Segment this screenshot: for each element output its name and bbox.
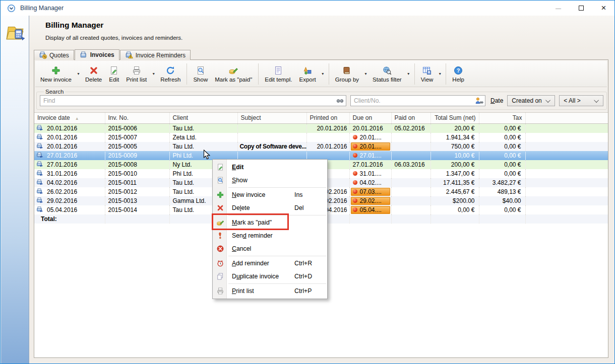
cell-total: $200.00 xyxy=(430,196,479,205)
view-icon xyxy=(422,65,432,76)
tab-invoices[interactable]: Invoices xyxy=(75,49,119,60)
context-menu: Edit Show New invoice Ins Delete Del Mar… xyxy=(212,159,328,299)
delete-icon xyxy=(213,204,227,212)
cell-printed-on: 20.01.2016 xyxy=(306,142,349,151)
menu-item-delete[interactable]: Delete Del xyxy=(213,201,327,214)
cell-inv-no: 2015-0012 xyxy=(105,187,169,196)
delete-button[interactable]: Delete xyxy=(82,64,105,84)
table-row-selected[interactable]: 27.01.2016 2015-0009 Phi Ltd. 27.01.... … xyxy=(34,151,608,160)
cell-inv-no: 2015-0014 xyxy=(105,205,169,214)
menu-item-add-reminder[interactable]: Add reminder Ctrl+R xyxy=(213,257,327,270)
overdue-dot-icon xyxy=(353,189,357,194)
invoice-icon xyxy=(36,179,44,186)
export-dropdown[interactable]: ▾ xyxy=(320,71,326,76)
tab-invoice-reminders[interactable]: Invoice Reminders xyxy=(120,50,191,60)
chevron-down-icon xyxy=(545,98,550,103)
export-button[interactable]: Export xyxy=(296,64,320,84)
client-search-icon[interactable] xyxy=(475,97,483,105)
send-reminder-icon xyxy=(213,232,227,240)
cell-invoice-date: 31.01.2016 xyxy=(34,169,105,178)
cell-invoice-date: 26.02.2016 xyxy=(34,187,105,196)
col-subject[interactable]: Subject xyxy=(237,113,306,123)
col-due-on[interactable]: Due on xyxy=(349,113,391,123)
search-section: Search Date Created on xyxy=(34,87,608,112)
minimize-button[interactable]: — xyxy=(547,1,570,16)
date-range-select[interactable]: < All > xyxy=(559,95,603,106)
status-filter-dropdown[interactable]: ▾ xyxy=(405,71,412,76)
menu-item-cancel[interactable]: Cancel xyxy=(213,242,327,255)
client-number-input[interactable] xyxy=(350,95,485,106)
menu-item-duplicate-invoice[interactable]: Duplicate invoice Ctrl+D xyxy=(213,270,327,283)
cell-tax: 3.482,27 € xyxy=(479,178,525,187)
mark-as-paid-button[interactable]: Mark as "paid" xyxy=(211,64,256,84)
find-input[interactable] xyxy=(40,95,346,106)
print-list-button[interactable]: Print list xyxy=(122,64,150,84)
menu-separator xyxy=(228,256,326,256)
new-invoice-icon xyxy=(51,65,61,76)
cell-paid-on xyxy=(391,196,430,205)
cell-tax: 0,00 € xyxy=(479,169,525,178)
cell-due-on: 07.03.... xyxy=(349,187,391,196)
new-invoice-button[interactable]: New invoice xyxy=(37,64,75,84)
date-field-select[interactable]: Created on xyxy=(507,95,555,106)
view-dropdown[interactable]: ▾ xyxy=(437,71,443,76)
col-printed-on[interactable]: Printed on xyxy=(306,113,349,123)
cell-printed-on xyxy=(306,133,349,142)
cell-paid-on xyxy=(391,142,430,151)
col-tax[interactable]: Tax xyxy=(479,113,525,123)
close-button[interactable]: × xyxy=(592,1,615,16)
cell-due-on: 20.01.... xyxy=(349,133,391,142)
binoculars-icon[interactable] xyxy=(336,97,344,105)
cell-paid-on xyxy=(391,151,430,160)
maximize-button[interactable] xyxy=(570,1,592,16)
invoice-icon xyxy=(36,142,44,150)
maximize-icon xyxy=(579,6,584,11)
menu-separator xyxy=(228,215,326,215)
menu-item-send-reminder[interactable]: Send reminder xyxy=(213,229,327,242)
show-icon xyxy=(213,176,227,184)
refresh-icon xyxy=(165,65,175,76)
menu-item-edit[interactable]: Edit xyxy=(213,161,327,174)
print-list-dropdown[interactable]: ▾ xyxy=(150,71,157,76)
menu-item-mark-as-paid[interactable]: Mark as "paid" xyxy=(213,216,327,229)
menu-item-print-list[interactable]: Print list Ctrl+P xyxy=(213,284,327,298)
menu-item-new-invoice[interactable]: New invoice Ins xyxy=(213,188,327,201)
cell-invoice-date: 29.02.2016 xyxy=(34,196,105,205)
table-row[interactable]: 20.01.2016 2015-0006 Tau Ltd. 20.01.2016… xyxy=(34,123,608,133)
new-invoice-dropdown[interactable]: ▾ xyxy=(75,71,82,76)
status-filter-button[interactable]: Status filter xyxy=(369,64,405,84)
edit-button[interactable]: Edit xyxy=(105,64,122,84)
col-total-sum[interactable]: Total Sum (net) xyxy=(430,113,479,123)
alarm-clock-icon xyxy=(213,259,227,267)
help-icon xyxy=(453,65,463,76)
col-inv-no[interactable]: Inv. No. xyxy=(105,113,169,123)
col-client[interactable]: Client xyxy=(169,113,237,123)
app-icon xyxy=(7,4,16,13)
cell-inv-no: 2015-0009 xyxy=(105,151,169,160)
overdue-dot-icon xyxy=(353,144,357,149)
menu-item-show[interactable]: Show xyxy=(213,174,327,187)
col-paid-on[interactable]: Paid on xyxy=(391,113,430,123)
cell-total: 2.445,67 € xyxy=(430,187,479,196)
cell-total: 0,00 € xyxy=(430,205,479,214)
show-button[interactable]: Show xyxy=(190,64,211,84)
tab-quotes[interactable]: Quotes xyxy=(34,50,74,60)
mark-as-paid-icon xyxy=(228,65,238,76)
col-invoice-date[interactable]: Invoice date▲ xyxy=(34,113,105,123)
view-button[interactable]: View xyxy=(417,64,437,84)
quotes-icon xyxy=(39,51,47,59)
group-by-button[interactable]: Group by xyxy=(332,64,362,84)
cell-tax: 489,13 € xyxy=(479,187,525,196)
table-row[interactable]: 20.01.2016 2015-0007 Zeta Ltd. 20.01....… xyxy=(34,133,608,142)
cell-tax: 0,00 € xyxy=(479,123,525,133)
refresh-button[interactable]: Refresh xyxy=(157,64,184,84)
help-button[interactable]: Help xyxy=(449,64,468,84)
cell-invoice-date: 27.01.2016 xyxy=(34,151,105,160)
table-row[interactable]: 20.01.2016 2015-0005 Tau Ltd. Copy of So… xyxy=(34,142,608,151)
cell-due-on: 27.01.2016 xyxy=(349,160,391,169)
show-icon xyxy=(196,65,206,76)
invoice-icon xyxy=(36,152,44,159)
group-by-dropdown[interactable]: ▾ xyxy=(362,71,369,76)
edit-template-button[interactable]: Edit templ. xyxy=(261,64,295,84)
delete-icon xyxy=(89,65,99,76)
